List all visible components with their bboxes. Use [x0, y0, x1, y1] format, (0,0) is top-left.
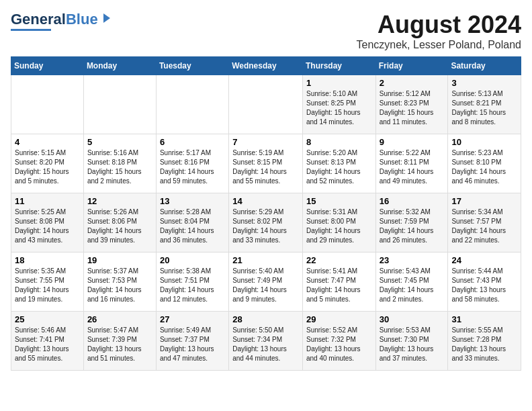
day-info: Sunrise: 5:12 AM Sunset: 8:23 PM Dayligh…: [380, 89, 445, 127]
day-number: 14: [232, 196, 299, 206]
day-number: 25: [15, 314, 80, 324]
calendar-cell: [156, 75, 228, 134]
day-number: 5: [87, 137, 152, 147]
calendar-cell: [11, 75, 84, 134]
day-info: Sunrise: 5:20 AM Sunset: 8:13 PM Dayligh…: [306, 148, 372, 186]
day-number: 24: [451, 255, 517, 265]
day-info: Sunrise: 5:31 AM Sunset: 8:00 PM Dayligh…: [306, 208, 372, 245]
column-header-monday: Monday: [83, 57, 156, 75]
day-info: Sunrise: 5:49 AM Sunset: 7:37 PM Dayligh…: [160, 326, 225, 363]
column-header-friday: Friday: [375, 57, 448, 75]
day-number: 1: [306, 78, 372, 88]
calendar-cell: 21Sunrise: 5:40 AM Sunset: 7:49 PM Dayli…: [229, 253, 303, 312]
day-number: 22: [306, 255, 372, 265]
column-header-saturday: Saturday: [448, 57, 521, 75]
calendar-cell: 8Sunrise: 5:20 AM Sunset: 8:13 PM Daylig…: [302, 134, 375, 193]
column-header-wednesday: Wednesday: [229, 57, 303, 75]
calendar-week-row: 1Sunrise: 5:10 AM Sunset: 8:25 PM Daylig…: [11, 75, 521, 134]
calendar-cell: 30Sunrise: 5:53 AM Sunset: 7:30 PM Dayli…: [375, 312, 448, 371]
title-area: August 2024 Tenczynek, Lesser Poland, Po…: [357, 11, 521, 51]
calendar-week-row: 18Sunrise: 5:35 AM Sunset: 7:55 PM Dayli…: [11, 253, 521, 312]
calendar-cell: 13Sunrise: 5:28 AM Sunset: 8:04 PM Dayli…: [156, 193, 228, 253]
day-number: 27: [160, 314, 225, 324]
calendar-cell: 19Sunrise: 5:37 AM Sunset: 7:53 PM Dayli…: [83, 253, 156, 312]
day-number: 3: [451, 78, 517, 88]
calendar-table: SundayMondayTuesdayWednesdayThursdayFrid…: [11, 56, 521, 371]
day-info: Sunrise: 5:47 AM Sunset: 7:39 PM Dayligh…: [87, 326, 152, 363]
day-info: Sunrise: 5:41 AM Sunset: 7:47 PM Dayligh…: [306, 267, 372, 304]
day-info: Sunrise: 5:40 AM Sunset: 7:49 PM Dayligh…: [232, 267, 299, 304]
calendar-cell: 15Sunrise: 5:31 AM Sunset: 8:00 PM Dayli…: [302, 193, 375, 253]
day-info: Sunrise: 5:50 AM Sunset: 7:34 PM Dayligh…: [232, 326, 299, 363]
day-info: Sunrise: 5:35 AM Sunset: 7:55 PM Dayligh…: [15, 267, 80, 304]
day-number: 18: [15, 255, 80, 265]
calendar-cell: 23Sunrise: 5:43 AM Sunset: 7:45 PM Dayli…: [375, 253, 448, 312]
calendar-cell: 3Sunrise: 5:13 AM Sunset: 8:21 PM Daylig…: [448, 75, 521, 134]
day-info: Sunrise: 5:19 AM Sunset: 8:15 PM Dayligh…: [232, 148, 299, 186]
day-number: 23: [380, 255, 445, 265]
day-info: Sunrise: 5:34 AM Sunset: 7:57 PM Dayligh…: [451, 208, 517, 245]
day-number: 13: [160, 196, 225, 206]
day-number: 29: [306, 314, 372, 324]
day-number: 11: [15, 196, 80, 206]
calendar-cell: 10Sunrise: 5:23 AM Sunset: 8:10 PM Dayli…: [448, 134, 521, 193]
day-number: 28: [232, 314, 299, 324]
logo: General Blue: [11, 11, 112, 31]
calendar-cell: 18Sunrise: 5:35 AM Sunset: 7:55 PM Dayli…: [11, 253, 84, 312]
calendar-cell: 4Sunrise: 5:15 AM Sunset: 8:20 PM Daylig…: [11, 134, 84, 193]
calendar-cell: 11Sunrise: 5:25 AM Sunset: 8:08 PM Dayli…: [11, 193, 84, 253]
calendar-cell: 5Sunrise: 5:16 AM Sunset: 8:18 PM Daylig…: [83, 134, 156, 193]
day-number: 2: [380, 78, 445, 88]
column-header-sunday: Sunday: [11, 57, 84, 75]
calendar-cell: 12Sunrise: 5:26 AM Sunset: 8:06 PM Dayli…: [83, 193, 156, 253]
calendar-header-row: SundayMondayTuesdayWednesdayThursdayFrid…: [11, 57, 521, 75]
calendar-cell: 9Sunrise: 5:22 AM Sunset: 8:11 PM Daylig…: [375, 134, 448, 193]
calendar-cell: 22Sunrise: 5:41 AM Sunset: 7:47 PM Dayli…: [302, 253, 375, 312]
day-number: 6: [160, 137, 225, 147]
day-info: Sunrise: 5:44 AM Sunset: 7:43 PM Dayligh…: [451, 267, 517, 304]
calendar-cell: 7Sunrise: 5:19 AM Sunset: 8:15 PM Daylig…: [229, 134, 303, 193]
day-number: 15: [306, 196, 372, 206]
calendar-cell: 24Sunrise: 5:44 AM Sunset: 7:43 PM Dayli…: [448, 253, 521, 312]
day-number: 31: [451, 314, 517, 324]
day-info: Sunrise: 5:15 AM Sunset: 8:20 PM Dayligh…: [15, 148, 80, 186]
logo-blue: Blue: [66, 11, 98, 28]
day-info: Sunrise: 5:37 AM Sunset: 7:53 PM Dayligh…: [87, 267, 152, 304]
day-info: Sunrise: 5:32 AM Sunset: 7:59 PM Dayligh…: [380, 208, 445, 245]
calendar-cell: 27Sunrise: 5:49 AM Sunset: 7:37 PM Dayli…: [156, 312, 228, 371]
calendar-cell: 16Sunrise: 5:32 AM Sunset: 7:59 PM Dayli…: [375, 193, 448, 253]
day-number: 7: [232, 137, 299, 147]
calendar-cell: 2Sunrise: 5:12 AM Sunset: 8:23 PM Daylig…: [375, 75, 448, 134]
day-number: 10: [451, 137, 517, 147]
main-title: August 2024: [357, 11, 521, 39]
day-info: Sunrise: 5:17 AM Sunset: 8:16 PM Dayligh…: [160, 148, 225, 186]
column-header-tuesday: Tuesday: [156, 57, 228, 75]
calendar-cell: 29Sunrise: 5:52 AM Sunset: 7:32 PM Dayli…: [302, 312, 375, 371]
calendar-cell: 6Sunrise: 5:17 AM Sunset: 8:16 PM Daylig…: [156, 134, 228, 193]
column-header-thursday: Thursday: [302, 57, 375, 75]
calendar-week-row: 11Sunrise: 5:25 AM Sunset: 8:08 PM Dayli…: [11, 193, 521, 253]
calendar-week-row: 4Sunrise: 5:15 AM Sunset: 8:20 PM Daylig…: [11, 134, 521, 193]
day-number: 17: [451, 196, 517, 206]
day-info: Sunrise: 5:52 AM Sunset: 7:32 PM Dayligh…: [306, 326, 372, 363]
day-info: Sunrise: 5:28 AM Sunset: 8:04 PM Dayligh…: [160, 208, 225, 245]
day-info: Sunrise: 5:55 AM Sunset: 7:28 PM Dayligh…: [451, 326, 517, 363]
day-info: Sunrise: 5:43 AM Sunset: 7:45 PM Dayligh…: [380, 267, 445, 304]
calendar-cell: 1Sunrise: 5:10 AM Sunset: 8:25 PM Daylig…: [302, 75, 375, 134]
day-number: 8: [306, 137, 372, 147]
calendar-cell: 20Sunrise: 5:38 AM Sunset: 7:51 PM Dayli…: [156, 253, 228, 312]
page-header: General Blue August 2024 Tenczynek, Less…: [11, 11, 521, 51]
calendar-cell: 25Sunrise: 5:46 AM Sunset: 7:41 PM Dayli…: [11, 312, 84, 371]
svg-marker-0: [103, 13, 110, 23]
day-info: Sunrise: 5:23 AM Sunset: 8:10 PM Dayligh…: [451, 148, 517, 186]
calendar-week-row: 25Sunrise: 5:46 AM Sunset: 7:41 PM Dayli…: [11, 312, 521, 371]
day-info: Sunrise: 5:13 AM Sunset: 8:21 PM Dayligh…: [451, 89, 517, 127]
day-number: 30: [380, 314, 445, 324]
day-info: Sunrise: 5:46 AM Sunset: 7:41 PM Dayligh…: [15, 326, 80, 363]
calendar-cell: 17Sunrise: 5:34 AM Sunset: 7:57 PM Dayli…: [448, 193, 521, 253]
calendar-cell: 14Sunrise: 5:29 AM Sunset: 8:02 PM Dayli…: [229, 193, 303, 253]
day-info: Sunrise: 5:26 AM Sunset: 8:06 PM Dayligh…: [87, 208, 152, 245]
day-info: Sunrise: 5:25 AM Sunset: 8:08 PM Dayligh…: [15, 208, 80, 245]
day-info: Sunrise: 5:10 AM Sunset: 8:25 PM Dayligh…: [306, 89, 372, 127]
day-info: Sunrise: 5:22 AM Sunset: 8:11 PM Dayligh…: [380, 148, 445, 186]
